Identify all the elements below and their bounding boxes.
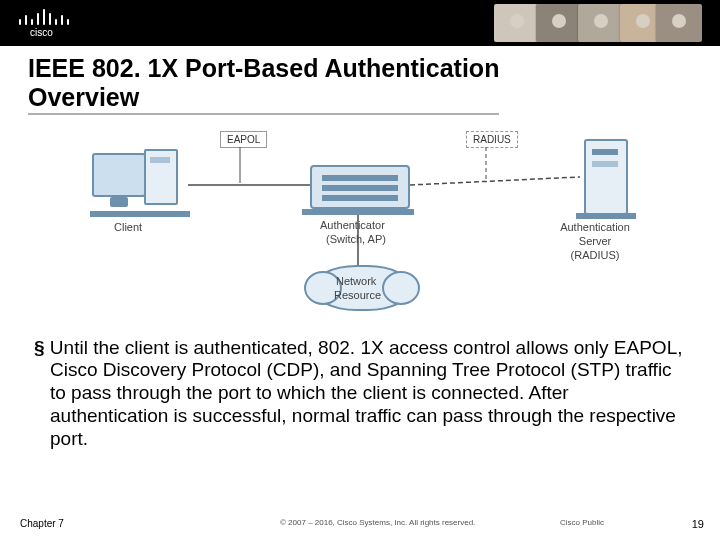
server-icon — [584, 139, 628, 215]
auth-server-label1: Authentication — [550, 221, 640, 233]
auth-diagram: Client Authenticator (Switch, AP) Authen… — [80, 125, 640, 315]
slide-title-line2: Overview — [28, 83, 139, 111]
slide-title-line1: IEEE 802. 1X Port-Based Authentication — [28, 54, 499, 82]
eapol-proto-box: EAPOL — [220, 131, 267, 148]
bullet-text: Until the client is authenticated, 802. … — [50, 337, 683, 449]
network-resource-label2: Resource — [334, 289, 381, 301]
slide-title: IEEE 802. 1X Port-Based Authentication O… — [28, 54, 499, 115]
footer-page-number: 19 — [692, 518, 704, 530]
banner-photo-strip — [442, 4, 702, 42]
desk-line — [90, 211, 190, 217]
footer-copyright: © 2007 – 2016, Cisco Systems, Inc. All r… — [280, 518, 475, 527]
authenticator-label2: (Switch, AP) — [326, 233, 386, 245]
bullet-marker: § — [34, 337, 45, 358]
monitor-icon — [92, 153, 146, 197]
cisco-logo-icon: cisco — [14, 4, 74, 40]
footer-classification: Cisco Public — [560, 518, 604, 527]
network-resource-label1: Network — [336, 275, 376, 287]
top-banner: cisco — [0, 0, 720, 46]
authenticator-label1: Authenticator — [320, 219, 385, 231]
pc-tower-icon — [144, 149, 178, 205]
client-label: Client — [114, 221, 142, 233]
auth-server-label2: Server — [550, 235, 640, 247]
banner-photo — [656, 4, 702, 42]
footer-chapter: Chapter 7 — [20, 518, 64, 529]
cisco-logo-text: cisco — [30, 27, 53, 38]
desk-line — [302, 209, 414, 215]
radius-proto-box: RADIUS — [466, 131, 518, 148]
switch-icon — [310, 165, 410, 209]
auth-server-label3: (RADIUS) — [550, 249, 640, 261]
network-cloud-icon — [312, 265, 412, 311]
slide-footer: Chapter 7 © 2007 – 2016, Cisco Systems, … — [0, 518, 720, 534]
client-device-icon — [90, 149, 186, 213]
desk-line — [576, 213, 636, 219]
banner-photo — [494, 4, 540, 42]
svg-line-10 — [410, 177, 580, 185]
banner-photo — [578, 4, 624, 42]
bullet-paragraph: § Until the client is authenticated, 802… — [34, 337, 686, 451]
banner-photo — [536, 4, 582, 42]
